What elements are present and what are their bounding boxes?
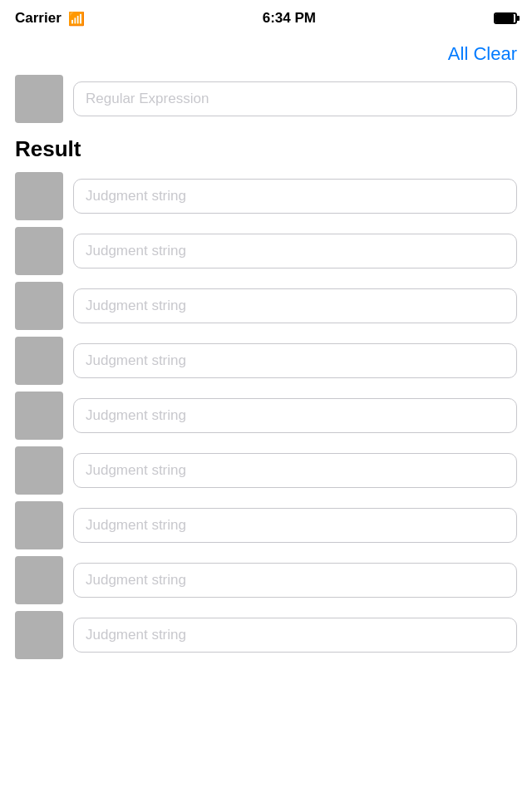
- judgment-color-swatch[interactable]: [15, 172, 63, 220]
- judgment-color-swatch[interactable]: [15, 337, 63, 385]
- judgment-color-swatch[interactable]: [15, 556, 63, 604]
- status-time: 6:34 PM: [263, 10, 316, 27]
- judgment-string-input[interactable]: [73, 508, 517, 543]
- header-actions: All Clear: [0, 37, 532, 75]
- regex-input[interactable]: [73, 81, 517, 116]
- all-clear-button[interactable]: All Clear: [448, 40, 517, 68]
- judgment-row: [15, 556, 517, 604]
- judgment-row: [15, 227, 517, 275]
- judgment-color-swatch[interactable]: [15, 611, 63, 659]
- judgment-row: [15, 282, 517, 330]
- judgment-color-swatch[interactable]: [15, 501, 63, 549]
- judgment-row: [15, 392, 517, 440]
- battery-icon: [494, 12, 517, 24]
- regex-color-swatch[interactable]: [15, 75, 63, 123]
- judgment-color-swatch[interactable]: [15, 282, 63, 330]
- battery-fill: [495, 14, 514, 22]
- judgment-row: [15, 446, 517, 495]
- judgment-string-input[interactable]: [73, 234, 517, 268]
- result-label: Result: [15, 136, 517, 162]
- wifi-icon: 📶: [68, 11, 85, 27]
- judgment-color-swatch[interactable]: [15, 446, 63, 495]
- judgment-row: [15, 501, 517, 549]
- judgment-rows-container: [15, 172, 517, 659]
- status-carrier: Carrier 📶: [15, 10, 85, 27]
- judgment-string-input[interactable]: [73, 453, 517, 488]
- judgment-string-input[interactable]: [73, 563, 517, 598]
- judgment-row: [15, 611, 517, 659]
- carrier-label: Carrier: [15, 10, 62, 27]
- status-bar: Carrier 📶 6:34 PM: [0, 0, 532, 37]
- judgment-color-swatch[interactable]: [15, 392, 63, 440]
- main-content: Result: [0, 75, 532, 659]
- judgment-string-input[interactable]: [73, 398, 517, 433]
- judgment-string-input[interactable]: [73, 179, 517, 214]
- judgment-row: [15, 337, 517, 385]
- status-battery-area: [494, 12, 517, 24]
- judgment-string-input[interactable]: [73, 618, 517, 653]
- judgment-row: [15, 172, 517, 220]
- judgment-string-input[interactable]: [73, 343, 517, 378]
- judgment-string-input[interactable]: [73, 288, 517, 323]
- regex-row: [15, 75, 517, 123]
- judgment-color-swatch[interactable]: [15, 227, 63, 275]
